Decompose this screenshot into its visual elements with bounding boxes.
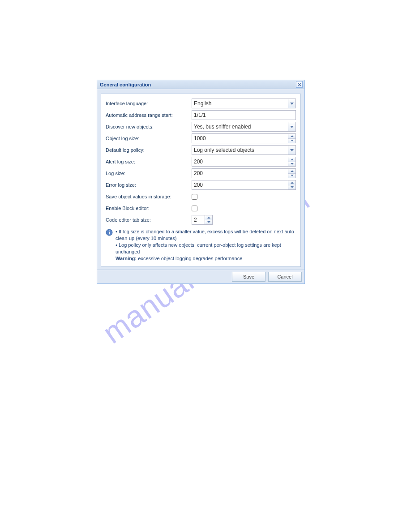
row-log-size: Log size: xyxy=(106,168,296,178)
chevron-down-icon[interactable] xyxy=(288,122,296,132)
log-size-spinner[interactable] xyxy=(288,168,296,178)
label-error-log-size: Error log size: xyxy=(106,182,192,188)
error-log-size-spinner[interactable] xyxy=(288,180,296,190)
row-default-log-policy: Default log policy: xyxy=(106,145,296,155)
alert-log-size-input[interactable] xyxy=(192,157,288,167)
chevron-down-icon[interactable] xyxy=(288,99,296,108)
chevron-down-icon[interactable] xyxy=(288,139,295,143)
alert-log-size-spinner[interactable] xyxy=(288,157,296,167)
info-warning-label: Warning: xyxy=(116,256,137,261)
close-icon[interactable] xyxy=(296,81,303,88)
chevron-up-icon[interactable] xyxy=(288,180,295,185)
svg-rect-1 xyxy=(109,231,110,232)
row-tab-size: Code editor tab size: xyxy=(106,215,296,225)
error-log-size-input[interactable] xyxy=(192,180,288,190)
dialog-button-bar: Save Cancel xyxy=(97,270,304,283)
label-discover: Discover new objects: xyxy=(106,124,192,129)
default-log-policy-select[interactable] xyxy=(192,145,288,155)
info-line2: • Log policy only affects new objects, c… xyxy=(116,242,281,254)
label-tab-size: Code editor tab size: xyxy=(106,217,192,223)
row-object-log-size: Object log size: xyxy=(106,133,296,143)
save-storage-checkbox[interactable] xyxy=(192,194,197,200)
enable-block-checkbox[interactable] xyxy=(192,206,197,211)
label-alert-log-size: Alert log size: xyxy=(106,159,192,164)
chevron-up-icon[interactable] xyxy=(205,215,212,220)
dialog-titlebar: General configuration xyxy=(97,80,304,89)
chevron-down-icon[interactable] xyxy=(205,220,212,225)
chevron-up-icon[interactable] xyxy=(288,134,295,139)
general-config-dialog: General configuration Interface language… xyxy=(97,80,305,284)
label-log-size: Log size: xyxy=(106,171,192,176)
object-log-size-spinner[interactable] xyxy=(288,133,296,143)
discover-select[interactable] xyxy=(192,122,288,132)
info-warning-text: excessive object logging degrades perfor… xyxy=(137,256,242,261)
tab-size-spinner[interactable] xyxy=(205,215,213,225)
label-enable-block: Enable Block editor: xyxy=(106,206,192,211)
info-block: • If log size is changed to a smaller va… xyxy=(106,227,296,264)
chevron-up-icon[interactable] xyxy=(288,169,295,174)
chevron-down-icon[interactable] xyxy=(288,145,296,155)
chevron-up-icon[interactable] xyxy=(288,157,295,162)
row-interface-language: Interface language: xyxy=(106,99,296,108)
row-save-storage: Save object values in storage: xyxy=(106,192,296,202)
dialog-body: Interface language: Automatic address ra… xyxy=(97,89,304,270)
info-text: • If log size is changed to a smaller va… xyxy=(116,228,296,262)
row-discover: Discover new objects: xyxy=(106,122,296,132)
object-log-size-input[interactable] xyxy=(192,133,288,143)
info-icon xyxy=(106,229,113,236)
dialog-title: General configuration xyxy=(100,82,151,87)
cancel-button[interactable]: Cancel xyxy=(268,272,302,282)
chevron-down-icon[interactable] xyxy=(288,162,295,167)
chevron-down-icon[interactable] xyxy=(288,185,295,190)
label-auto-addr-start: Automatic address range start: xyxy=(106,112,192,118)
svg-rect-2 xyxy=(109,232,110,235)
row-error-log-size: Error log size: xyxy=(106,180,296,190)
tab-size-input[interactable] xyxy=(192,215,205,225)
label-default-log-policy: Default log policy: xyxy=(106,147,192,153)
chevron-down-icon[interactable] xyxy=(288,174,295,178)
row-auto-addr-start: Automatic address range start: xyxy=(106,110,296,120)
label-interface-language: Interface language: xyxy=(106,101,192,106)
log-size-input[interactable] xyxy=(192,168,288,178)
row-enable-block: Enable Block editor: xyxy=(106,203,296,213)
row-alert-log-size: Alert log size: xyxy=(106,157,296,167)
label-save-storage: Save object values in storage: xyxy=(106,194,192,199)
form-panel: Interface language: Automatic address ra… xyxy=(101,94,301,267)
info-line1: • If log size is changed to a smaller va… xyxy=(116,229,294,241)
label-object-log-size: Object log size: xyxy=(106,136,192,141)
auto-addr-start-input[interactable] xyxy=(192,110,296,120)
save-button[interactable]: Save xyxy=(232,272,265,282)
interface-language-select[interactable] xyxy=(192,99,288,108)
